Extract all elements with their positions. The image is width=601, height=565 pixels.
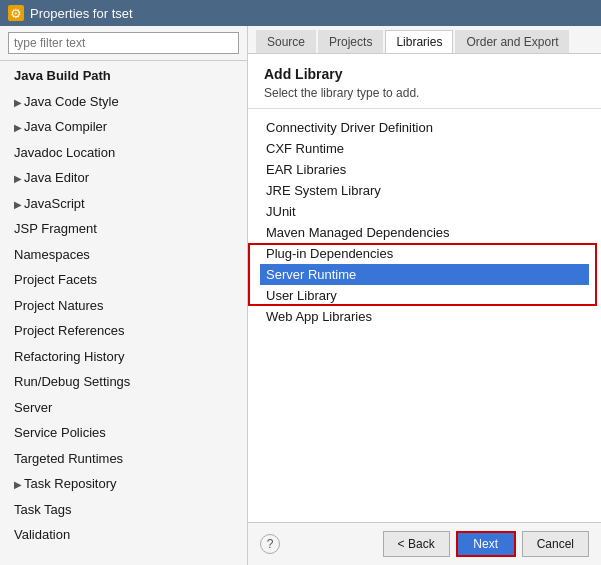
main-area: Java Build Path▶Java Code Style▶Java Com… <box>0 26 601 565</box>
nav-item-targeted-runtimes[interactable]: Targeted Runtimes <box>0 446 247 472</box>
nav-item-project-references[interactable]: Project References <box>0 318 247 344</box>
library-item-connectivity-driver[interactable]: Connectivity Driver Definition <box>260 117 589 138</box>
nav-item-java-build-path[interactable]: Java Build Path <box>0 63 247 89</box>
library-item-server-runtime[interactable]: Server Runtime <box>260 264 589 285</box>
nav-item-refactoring-history[interactable]: Refactoring History <box>0 344 247 370</box>
expand-arrow: ▶ <box>14 197 22 212</box>
library-item-user-library[interactable]: User Library <box>260 285 589 306</box>
button-group: < Back Next Finish Cancel <box>383 531 589 557</box>
dialog-subtitle: Select the library type to add. <box>264 86 585 100</box>
tab-strip: SourceProjectsLibrariesOrder and Export <box>248 26 601 54</box>
dialog-footer: ? < Back Next Finish Cancel <box>248 522 601 565</box>
next-button[interactable]: Next <box>456 531 516 557</box>
nav-item-run-debug-settings[interactable]: Run/Debug Settings <box>0 369 247 395</box>
library-item-web-app-libraries[interactable]: Web App Libraries <box>260 306 589 327</box>
filter-box <box>0 26 247 61</box>
nav-item-jsp-fragment[interactable]: JSP Fragment <box>0 216 247 242</box>
library-item-junit[interactable]: JUnit <box>260 201 589 222</box>
nav-item-namespaces[interactable]: Namespaces <box>0 242 247 268</box>
dialog-header: Add Library Select the library type to a… <box>248 54 601 109</box>
expand-arrow: ▶ <box>14 95 22 110</box>
library-item-cxf-runtime[interactable]: CXF Runtime <box>260 138 589 159</box>
nav-item-server[interactable]: Server <box>0 395 247 421</box>
nav-item-project-natures[interactable]: Project Natures <box>0 293 247 319</box>
right-panel: SourceProjectsLibrariesOrder and Export … <box>248 26 601 565</box>
library-item-jre-system-library[interactable]: JRE System Library <box>260 180 589 201</box>
expand-arrow: ▶ <box>14 120 22 135</box>
nav-item-javadoc-location[interactable]: Javadoc Location <box>0 140 247 166</box>
nav-list: Java Build Path▶Java Code Style▶Java Com… <box>0 61 247 565</box>
library-item-plugin-dependencies[interactable]: Plug-in Dependencies <box>260 243 589 264</box>
left-panel: Java Build Path▶Java Code Style▶Java Com… <box>0 26 248 565</box>
nav-item-java-editor[interactable]: ▶Java Editor <box>0 165 247 191</box>
nav-item-java-compiler[interactable]: ▶Java Compiler <box>0 114 247 140</box>
library-item-maven-managed[interactable]: Maven Managed Dependencies <box>260 222 589 243</box>
tab-order-export[interactable]: Order and Export <box>455 30 569 53</box>
nav-item-service-policies[interactable]: Service Policies <box>0 420 247 446</box>
tab-projects[interactable]: Projects <box>318 30 383 53</box>
library-item-ear-libraries[interactable]: EAR Libraries <box>260 159 589 180</box>
nav-item-validation[interactable]: Validation <box>0 522 247 548</box>
nav-item-project-facets[interactable]: Project Facets <box>0 267 247 293</box>
expand-arrow: ▶ <box>14 171 22 186</box>
cancel-button[interactable]: Cancel <box>522 531 589 557</box>
nav-item-javascript[interactable]: ▶JavaScript <box>0 191 247 217</box>
nav-item-task-repository[interactable]: ▶Task Repository <box>0 471 247 497</box>
help-button[interactable]: ? <box>260 534 280 554</box>
nav-item-java-code-style[interactable]: ▶Java Code Style <box>0 89 247 115</box>
filter-input[interactable] <box>8 32 239 54</box>
expand-arrow: ▶ <box>14 477 22 492</box>
tab-source[interactable]: Source <box>256 30 316 53</box>
tab-libraries[interactable]: Libraries <box>385 30 453 53</box>
dialog-title: Add Library <box>264 66 585 82</box>
back-button[interactable]: < Back <box>383 531 450 557</box>
library-list-area: Connectivity Driver DefinitionCXF Runtim… <box>248 109 601 522</box>
nav-item-task-tags[interactable]: Task Tags <box>0 497 247 523</box>
properties-icon: ⚙ <box>8 5 24 21</box>
title-bar: ⚙ Properties for tset <box>0 0 601 26</box>
window-title: Properties for tset <box>30 6 133 21</box>
